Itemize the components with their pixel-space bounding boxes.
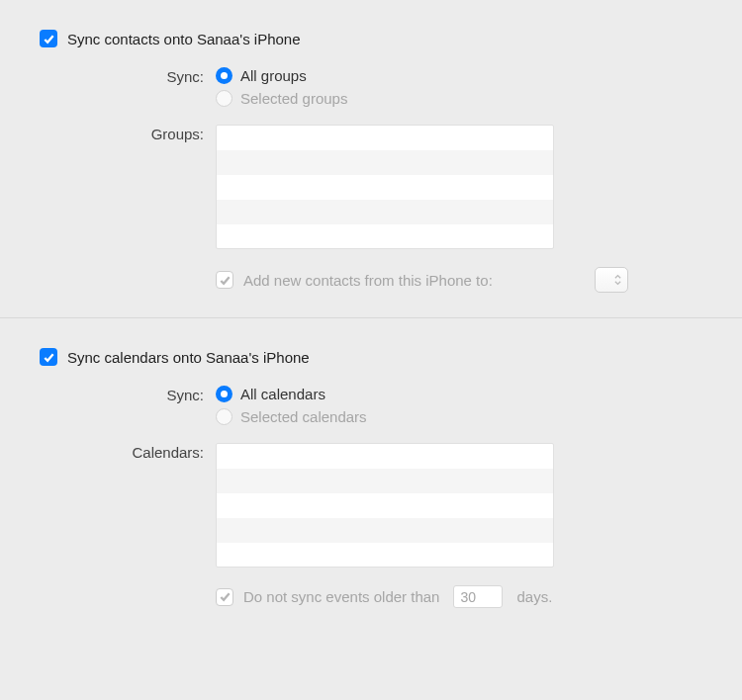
section-divider [0,317,742,318]
list-item [217,224,553,249]
calendars-radio-selected-row: Selected calendars [216,408,702,425]
list-item [217,518,553,543]
list-item [217,469,553,493]
add-new-contacts-dropdown [595,267,628,293]
calendars-list-label: Calendars: [40,443,216,461]
sync-contacts-checkbox[interactable] [40,30,57,47]
calendars-radio-selected[interactable] [216,408,232,425]
calendars-radio-selected-label: Selected calendars [240,408,367,425]
contacts-header-row: Sync contacts onto Sanaa's iPhone [40,30,702,47]
calendars-do-not-sync-row: Do not sync events older than 30 days. [40,585,702,608]
updown-icon [613,273,622,287]
calendars-radio-all[interactable] [216,386,232,402]
calendars-sync-label: Sync: [40,386,216,403]
sync-calendars-label: Sync calendars onto Sanaa's iPhone [67,349,310,366]
do-not-sync-label-post: days. [516,588,552,605]
contacts-radio-all-label: All groups [240,67,307,84]
check-icon [43,33,55,45]
do-not-sync-label-pre: Do not sync events older than [243,588,439,605]
contacts-groups-row: Groups: [40,125,702,249]
contacts-radio-all-row: All groups [216,67,702,84]
do-not-sync-checkbox [216,588,233,606]
contacts-radio-all[interactable] [216,67,232,84]
calendars-sync-row: Sync: All calendars Selected calendars [40,386,702,431]
contacts-add-new-row: Add new contacts from this iPhone to: [40,267,702,293]
list-item [217,444,553,469]
do-not-sync-content: Do not sync events older than 30 days. [243,585,552,608]
contacts-groups-listbox[interactable] [216,125,554,249]
add-new-contacts-label: Add new contacts from this iPhone to: [243,272,493,289]
list-item [217,200,553,224]
calendars-sync-options: All calendars Selected calendars [216,386,702,431]
contacts-radio-selected[interactable] [216,90,232,107]
contacts-sync-label: Sync: [40,67,216,85]
calendars-radio-all-row: All calendars [216,386,702,402]
check-icon [219,274,232,287]
list-item [217,493,553,518]
list-item [217,150,553,175]
sync-contacts-label: Sync contacts onto Sanaa's iPhone [67,31,301,47]
calendars-section: Sync calendars onto Sanaa's iPhone Sync:… [40,348,702,633]
contacts-sync-row: Sync: All groups Selected groups [40,67,702,113]
contacts-sync-options: All groups Selected groups [216,67,702,113]
add-new-contacts-checkbox [216,271,233,289]
calendars-list-row: Calendars: [40,443,702,568]
contacts-groups-control [216,125,702,249]
contacts-radio-selected-label: Selected groups [240,90,347,107]
check-icon [43,351,55,364]
list-item [217,175,553,200]
list-item [217,126,553,150]
calendars-header-row: Sync calendars onto Sanaa's iPhone [40,348,702,366]
calendars-radio-all-label: All calendars [240,386,325,402]
list-item [217,543,553,568]
sync-calendars-checkbox[interactable] [40,348,57,366]
calendars-listbox[interactable] [216,443,554,568]
check-icon [219,590,232,603]
do-not-sync-days-input: 30 [453,585,503,608]
calendars-list-control [216,443,702,568]
contacts-section: Sync contacts onto Sanaa's iPhone Sync: … [40,30,702,317]
contacts-radio-selected-row: Selected groups [216,90,702,107]
contacts-groups-label: Groups: [40,125,216,142]
